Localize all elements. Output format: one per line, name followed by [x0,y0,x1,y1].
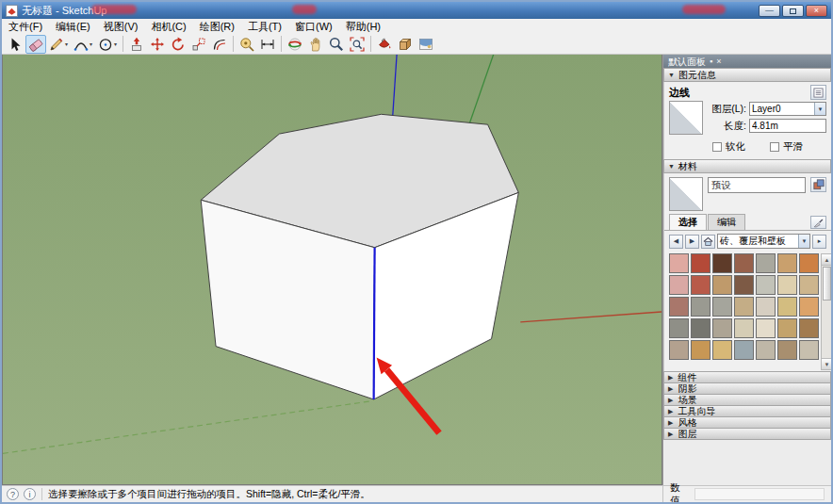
forward-button[interactable]: ▶ [685,235,699,249]
layer-dropdown[interactable]: Layer0 ▼ [749,102,826,116]
select-tool-button[interactable] [5,35,25,54]
component-tool-button[interactable] [395,35,416,54]
collapse-caret-icon[interactable]: ▼ [668,163,675,170]
tray-close-icon[interactable]: × [716,57,721,66]
material-swatch[interactable] [712,340,732,360]
material-swatch[interactable] [669,297,689,317]
material-swatch[interactable] [712,318,732,338]
material-swatch[interactable] [799,318,819,338]
material-swatch[interactable] [799,253,819,273]
dimension-tool-button[interactable] [257,35,278,54]
menu-item[interactable]: 帮助(H) [339,19,387,34]
material-swatch[interactable] [799,340,819,360]
material-swatch[interactable] [756,253,776,273]
scroll-up-icon[interactable]: ▲ [822,254,831,266]
tab-select[interactable]: 选择 [669,214,707,230]
info-circle-icon[interactable]: i [24,488,36,500]
material-swatch[interactable] [712,253,732,273]
checkbox-icon[interactable] [770,142,779,152]
help-circle-icon[interactable]: ? [7,488,19,500]
menu-item[interactable]: 工具(T) [241,19,288,34]
material-swatch[interactable] [734,318,754,338]
material-swatch[interactable] [712,297,732,317]
expand-caret-icon[interactable]: ▶ [668,419,673,427]
sample-paint-eyedropper-button[interactable] [810,216,826,229]
chevron-down-icon[interactable]: ▼ [814,103,825,115]
menu-item[interactable]: 编辑(E) [49,19,97,34]
materials-scrollbar[interactable]: ▲ ▼ [821,253,831,370]
collapse-caret-icon[interactable]: ▼ [668,72,675,78]
material-swatch[interactable] [799,275,819,295]
material-swatch[interactable] [777,297,797,317]
scroll-down-icon[interactable]: ▼ [822,358,831,369]
scrollbar-thumb[interactable] [823,267,831,301]
3d-scene[interactable] [3,55,662,484]
menu-item[interactable]: 窗口(W) [288,19,339,34]
material-swatch[interactable] [756,318,776,338]
dropdown-arrow-icon[interactable]: ▾ [114,41,117,47]
shape-tool-button[interactable]: ▾ [95,35,120,54]
close-button[interactable]: × [806,5,827,17]
material-swatch[interactable] [756,297,776,317]
zoom-extents-tool-button[interactable] [347,35,368,54]
material-swatch[interactable] [777,253,797,273]
material-swatch[interactable] [691,253,710,273]
material-swatch[interactable] [756,275,776,295]
material-swatch[interactable] [712,275,732,295]
material-swatch[interactable] [756,340,776,360]
material-swatch[interactable] [734,275,754,295]
menu-item[interactable]: 绘图(R) [193,19,241,34]
rotate-tool-button[interactable] [168,35,188,54]
expand-caret-icon[interactable]: ▶ [668,385,673,393]
dropdown-arrow-icon[interactable]: ▾ [90,41,92,47]
line-tool-button[interactable]: ▾ [46,35,71,54]
styles-tool-button[interactable] [416,35,436,54]
material-swatch[interactable] [691,340,710,360]
materials-header[interactable]: ▼ 材料 [663,159,831,173]
material-swatch[interactable] [734,297,754,317]
material-swatch[interactable] [691,318,710,338]
material-swatch[interactable] [777,340,797,360]
material-name-box[interactable]: 预设 [708,177,806,193]
soften-checkbox[interactable]: 软化 [712,140,745,154]
tape-measure-tool-button[interactable] [237,35,257,54]
dropdown-arrow-icon[interactable]: ▾ [65,41,68,47]
back-button[interactable]: ◀ [669,235,683,249]
material-swatch[interactable] [669,275,689,295]
push-pull-tool-button[interactable] [126,35,147,54]
minimize-button[interactable]: — [759,5,780,17]
eraser-tool-button[interactable] [25,35,46,54]
tray-title-bar[interactable]: 默认面板 ▪ × [663,55,831,69]
length-field[interactable] [749,119,826,133]
paint-bucket-tool-button[interactable] [374,35,395,54]
offset-tool-button[interactable] [209,35,230,54]
panel-section-layers[interactable]: ▶图层 [663,428,831,440]
menu-item[interactable]: 文件(F) [2,19,49,34]
material-swatch[interactable] [669,253,689,273]
model-viewport[interactable] [2,55,662,485]
measurement-input[interactable] [694,488,825,500]
menu-item[interactable]: 相机(C) [144,19,192,34]
entity-details-button[interactable] [810,85,826,100]
zoom-tool-button[interactable] [326,35,347,54]
material-swatch[interactable] [799,297,819,317]
material-category-dropdown[interactable]: 砖、覆层和壁板 ▼ [717,234,810,249]
material-swatch[interactable] [669,340,689,360]
pan-tool-button[interactable] [305,35,326,54]
move-tool-button[interactable] [147,35,168,54]
material-swatch[interactable] [734,253,754,273]
expand-caret-icon[interactable]: ▶ [668,397,673,404]
pin-icon[interactable]: ▪ [710,57,712,66]
create-material-button[interactable] [810,177,826,192]
prism-front-edge-blue[interactable] [374,248,375,399]
maximize-button[interactable] [782,5,804,17]
material-swatch[interactable] [691,297,710,317]
expand-caret-icon[interactable]: ▶ [668,374,673,382]
material-swatch[interactable] [777,318,797,338]
material-swatch[interactable] [734,340,754,360]
title-bar[interactable]: 无标题 - SketchUp — × [2,2,831,19]
chevron-down-icon[interactable]: ▼ [798,235,809,248]
checkbox-icon[interactable] [712,142,722,152]
menu-item[interactable]: 视图(V) [97,19,145,34]
expand-caret-icon[interactable]: ▶ [668,431,673,438]
